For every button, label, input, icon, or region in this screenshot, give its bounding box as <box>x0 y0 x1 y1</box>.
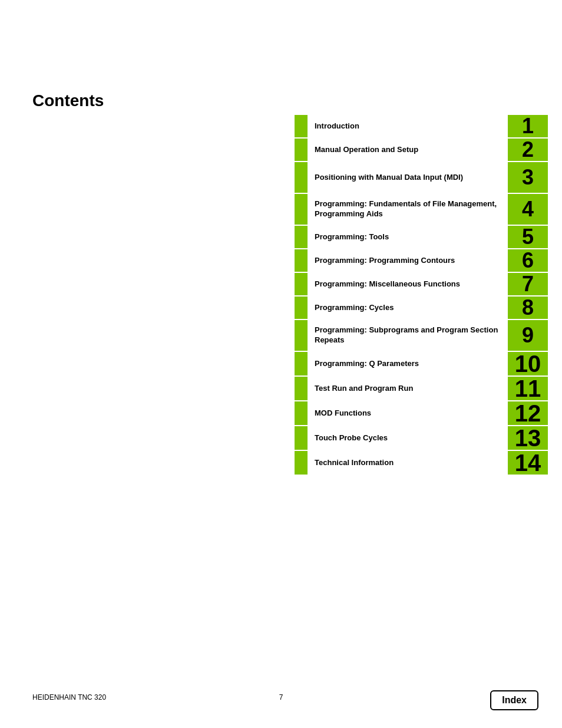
toc-number-7: 7 <box>522 274 534 295</box>
toc-item-14[interactable]: Technical Information14 <box>295 451 548 475</box>
toc-item-11[interactable]: Test Run and Program Run11 <box>295 377 548 400</box>
toc-label-1: Introduction <box>315 121 359 131</box>
toc-left-bar-1 <box>295 115 308 137</box>
toc-number-box-9: 9 <box>508 320 548 351</box>
toc-left-bar-7 <box>295 273 308 295</box>
toc-left-bar-6 <box>295 249 308 272</box>
toc-item-3[interactable]: Positioning with Manual Data Input (MDI)… <box>295 162 548 193</box>
toc-number-9: 9 <box>522 325 534 346</box>
toc-left-bar-12 <box>295 401 308 425</box>
toc-left-bar-11 <box>295 377 308 400</box>
footer-brand: HEIDENHAIN TNC 320 <box>32 693 106 701</box>
toc-number-11: 11 <box>515 377 541 400</box>
toc-item-5[interactable]: Programming: Tools5 <box>295 226 548 248</box>
toc-number-box-13: 13 <box>508 426 548 450</box>
toc-item-12[interactable]: MOD Functions12 <box>295 401 548 425</box>
toc-number-1: 1 <box>522 116 534 137</box>
toc-label-14: Technical Information <box>315 458 394 468</box>
toc-number-5: 5 <box>522 226 534 248</box>
page-title: Contents <box>32 91 104 110</box>
toc-left-bar-3 <box>295 162 308 193</box>
footer-page-number: 7 <box>279 693 283 701</box>
index-button[interactable]: Index <box>490 690 538 710</box>
toc-item-2[interactable]: Manual Operation and Setup2 <box>295 139 548 161</box>
toc-number-box-11: 11 <box>508 377 548 400</box>
toc-label-9: Programming: Subprograms and Program Sec… <box>315 325 502 345</box>
toc-label-5: Programming: Tools <box>315 232 389 242</box>
toc-label-7: Programming: Miscellaneous Functions <box>315 279 460 289</box>
toc-number-8: 8 <box>522 297 534 318</box>
toc-number-box-5: 5 <box>508 226 548 248</box>
toc-number-6: 6 <box>522 250 534 271</box>
toc-item-6[interactable]: Programming: Programming Contours6 <box>295 249 548 272</box>
toc-left-bar-8 <box>295 297 308 319</box>
toc-label-8: Programming: Cycles <box>315 303 394 313</box>
toc-number-14: 14 <box>515 451 541 475</box>
toc-item-1[interactable]: Introduction1 <box>295 115 548 137</box>
toc-number-4: 4 <box>522 199 534 220</box>
toc-label-11: Test Run and Program Run <box>315 384 413 394</box>
toc-item-8[interactable]: Programming: Cycles8 <box>295 297 548 319</box>
toc-number-12: 12 <box>515 401 541 425</box>
toc-item-7[interactable]: Programming: Miscellaneous Functions7 <box>295 273 548 295</box>
toc-number-box-4: 4 <box>508 194 548 225</box>
toc-left-bar-13 <box>295 426 308 450</box>
toc-number-box-7: 7 <box>508 273 548 295</box>
toc-number-box-2: 2 <box>508 139 548 161</box>
toc-label-4: Programming: Fundamentals of File Manage… <box>315 199 502 219</box>
toc-item-10[interactable]: Programming: Q Parameters10 <box>295 352 548 375</box>
toc-number-box-10: 10 <box>508 352 548 375</box>
toc-label-10: Programming: Q Parameters <box>315 359 419 369</box>
toc-item-9[interactable]: Programming: Subprograms and Program Sec… <box>295 320 548 351</box>
toc-left-bar-5 <box>295 226 308 248</box>
toc-item-4[interactable]: Programming: Fundamentals of File Manage… <box>295 194 548 225</box>
toc-left-bar-4 <box>295 194 308 225</box>
toc-left-bar-2 <box>295 139 308 161</box>
toc-label-2: Manual Operation and Setup <box>315 145 418 155</box>
toc-number-box-14: 14 <box>508 451 548 475</box>
toc-number-box-8: 8 <box>508 297 548 319</box>
toc-label-6: Programming: Programming Contours <box>315 256 455 266</box>
toc-label-3: Positioning with Manual Data Input (MDI) <box>315 173 463 183</box>
toc-number-box-6: 6 <box>508 249 548 272</box>
toc-left-bar-10 <box>295 352 308 375</box>
toc-label-13: Touch Probe Cycles <box>315 433 388 443</box>
toc-label-12: MOD Functions <box>315 409 371 419</box>
toc-number-box-1: 1 <box>508 115 548 137</box>
toc-number-3: 3 <box>522 167 534 188</box>
toc-left-bar-14 <box>295 451 308 475</box>
toc-number-box-3: 3 <box>508 162 548 193</box>
toc-number-2: 2 <box>522 139 534 160</box>
toc-number-10: 10 <box>515 352 541 375</box>
toc-left-bar-9 <box>295 320 308 351</box>
toc-number-13: 13 <box>515 426 541 450</box>
toc-item-13[interactable]: Touch Probe Cycles13 <box>295 426 548 450</box>
toc-number-box-12: 12 <box>508 401 548 425</box>
table-of-contents: Introduction1Manual Operation and Setup2… <box>295 115 548 476</box>
